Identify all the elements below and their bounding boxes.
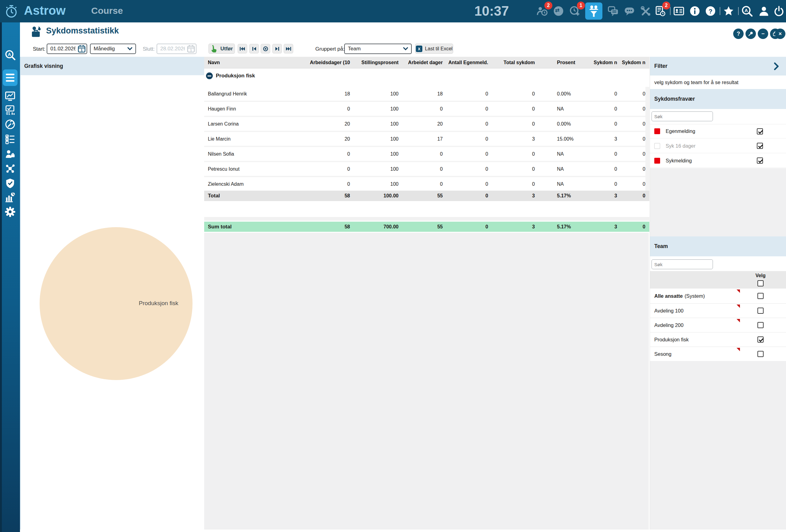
grafisk-visning-header: Grafisk visning — [20, 57, 204, 75]
favorites-icon[interactable] — [723, 5, 734, 17]
svg-text:1: 1 — [190, 48, 192, 52]
info-icon[interactable] — [689, 5, 701, 17]
filter-header: Filter — [650, 57, 786, 75]
excel-icon: X — [416, 45, 422, 52]
sickness-item: Egenmelding — [650, 124, 786, 138]
select-all-checkbox[interactable] — [758, 280, 764, 286]
sidebar-item-statistics[interactable] — [5, 191, 16, 203]
help-button[interactable]: ? — [733, 28, 744, 39]
team-checkbox-avdeling-100[interactable] — [758, 307, 764, 314]
astrow-app-window: Astrow Course 10:37 2 ⇄ 1 — [0, 0, 786, 532]
svg-text:A: A — [8, 52, 11, 57]
svg-text:01: 01 — [6, 111, 10, 115]
sidebar-item-security[interactable] — [5, 178, 16, 189]
sidebar-item-tools[interactable] — [5, 119, 16, 130]
prev-page-button[interactable] — [249, 44, 259, 53]
last-page-button[interactable] — [284, 44, 293, 53]
table-row: Larsen Corina 20 100 20 0 0 0.00% 0 0 — [204, 117, 645, 131]
sickness-search-input[interactable] — [651, 111, 713, 121]
sidebar-edge — [0, 22, 2, 532]
syk16-color-swatch — [654, 143, 660, 149]
sickness-item: Syk 16 dager — [650, 139, 786, 153]
col-sykdom-n2: Sykdom n — [617, 60, 645, 65]
syk16-checkbox[interactable] — [757, 143, 763, 149]
team-checkbox-sesong[interactable] — [758, 351, 764, 357]
menu-icon — [6, 74, 15, 75]
device-status-icon[interactable]: 2 — [654, 5, 666, 17]
first-page-button[interactable] — [238, 44, 247, 53]
table-row: Ballangrud Henrik 18 100 18 0 0 0.00% 0 … — [204, 87, 645, 101]
sidebar-item-search[interactable]: A — [5, 49, 16, 61]
sidebar-item-employees[interactable] — [5, 148, 16, 160]
table-row: Lie Marcin 20 100 17 0 3 15.00% 3 0 — [204, 132, 645, 146]
table-row: Zielencski Adam 0 100 0 0 0 NA 0 0 — [204, 177, 645, 191]
stopwatch-logo-icon — [4, 4, 18, 20]
egenmelding-color-swatch — [654, 128, 660, 134]
team-search-input[interactable] — [651, 259, 713, 269]
sync-icon[interactable]: ⇄ — [553, 5, 564, 17]
expand-filter-chevron-icon[interactable] — [774, 62, 779, 70]
sidebar-item-settings[interactable] — [5, 206, 16, 217]
svg-text:A: A — [744, 8, 748, 13]
clock-add-icon[interactable]: 1 — [569, 5, 581, 17]
team-row: Avdeling 100 — [650, 303, 786, 318]
col-arbeidsdager: Arbeidsdager (10 — [284, 60, 350, 65]
total-row: Total 58 100.00 55 0 3 5.17% 3 0 — [204, 191, 649, 201]
group-row: Produksjon fisk — [206, 72, 255, 79]
gruppert-select[interactable]: Team — [344, 44, 412, 54]
utfor-button[interactable]: Utfør — [208, 44, 235, 54]
table-row: Nilsen Sofia 0 100 0 0 0 NA 0 0 — [204, 147, 645, 161]
contacts-icon[interactable] — [673, 5, 685, 17]
sync-arrows-glyph: ⇄ — [555, 7, 559, 14]
pin-button[interactable] — [745, 28, 756, 39]
gruppert-label: Gruppert på: — [315, 46, 345, 52]
sickness-item: Sykmelding — [650, 154, 786, 168]
tools-icon[interactable] — [640, 5, 651, 17]
badge: 2 — [662, 2, 670, 9]
badge: 1 — [577, 2, 585, 9]
power-icon[interactable] — [773, 5, 785, 17]
team-checkbox-produksjon-fisk[interactable] — [758, 337, 764, 343]
people-filter-icon[interactable] — [585, 2, 602, 20]
sykmelding-checkbox[interactable] — [757, 158, 763, 164]
next-page-button[interactable] — [272, 44, 282, 53]
sidebar-item-charts[interactable] — [5, 90, 16, 101]
note-marker-icon — [737, 290, 740, 293]
user-icon[interactable] — [758, 5, 770, 17]
panel-spacer — [650, 361, 786, 530]
close-button[interactable]: × — [775, 28, 785, 39]
note-marker-icon — [737, 319, 740, 322]
search-icon[interactable]: A — [741, 5, 753, 17]
workflow-approval-icon[interactable]: 2 — [536, 5, 548, 17]
excel-export-button[interactable]: X Last til Excel — [415, 44, 453, 54]
egenmelding-checkbox[interactable] — [757, 128, 763, 135]
col-arbeidet-dager: Arbeidet dager — [398, 60, 443, 65]
col-sykdom-n1: Sykdom n — [588, 60, 617, 65]
chat-icon[interactable] — [624, 5, 635, 17]
sidebar-item-reports[interactable]: 01 — [5, 105, 16, 115]
period-select[interactable]: Månedlig — [90, 44, 136, 54]
team-checkbox-alle-ansatte[interactable] — [758, 293, 764, 299]
minimize-button[interactable]: − — [758, 28, 768, 39]
sidebar-item-menu[interactable] — [3, 69, 18, 86]
pie-slice-label: Produksjon fisk — [139, 300, 178, 307]
team-row: Alle ansatte (System) — [650, 288, 786, 303]
collapse-group-icon[interactable] — [206, 72, 213, 79]
table-empty-area — [204, 233, 649, 530]
help-icon[interactable]: ? — [704, 5, 716, 17]
sidebar-item-workflow[interactable] — [5, 163, 16, 174]
table-header-row: Navn Arbeidsdager (10 Stillingsprosent A… — [204, 57, 649, 68]
start-date-field[interactable]: 1 — [47, 44, 87, 54]
messages-icon[interactable] — [607, 5, 619, 17]
current-period-button[interactable] — [261, 44, 270, 53]
svg-text:?: ? — [709, 8, 713, 15]
report-title-icon — [29, 25, 43, 41]
team-checkbox-avdeling-200[interactable] — [758, 322, 764, 328]
start-label: Start: — [33, 46, 45, 52]
panel-spacer — [650, 168, 786, 236]
team-row: Avdeling 200 — [650, 318, 786, 332]
divider — [670, 7, 671, 15]
table-body: Ballangrud Henrik 18 100 18 0 0 0.00% 0 … — [204, 87, 649, 191]
calendar-icon[interactable]: 1 — [78, 45, 86, 54]
sidebar-item-tasks[interactable] — [5, 134, 16, 145]
